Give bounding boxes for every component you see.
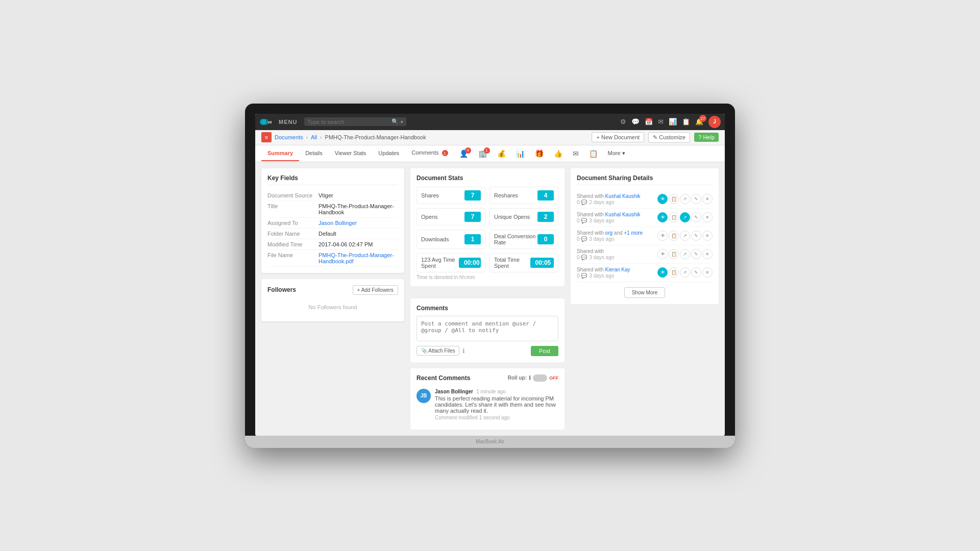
tab-reports[interactable]: 📊 (511, 145, 530, 162)
share-action-delete-4[interactable]: ✕ (702, 249, 713, 259)
tab-comments[interactable]: Comments 1 (405, 145, 454, 161)
field-file-name: File Name PMHQ-The-Product-Manager-Handb… (267, 250, 398, 267)
doc-module-icon: ≡ (261, 132, 272, 142)
share-action-delete-3[interactable]: ✕ (702, 231, 713, 241)
share-meta-3: 0 💬 3 days ago (577, 236, 654, 242)
attach-files-button[interactable]: 📎 Attach Files (416, 346, 459, 356)
tab-contacts[interactable]: 👤 4 (454, 145, 473, 162)
chart-icon[interactable]: 📊 (669, 118, 677, 126)
share-action-delete-5[interactable]: ✕ (702, 267, 713, 278)
share-action-delete-2[interactable]: ✕ (702, 212, 713, 222)
share-action-edit-5[interactable]: ✎ (691, 267, 701, 278)
toggle-switch[interactable] (533, 374, 547, 382)
share-action-edit-3[interactable]: ✎ (691, 231, 701, 241)
post-comment-button[interactable]: Post (531, 346, 558, 356)
share-action-send-4[interactable]: ↗ (680, 249, 690, 259)
share-action-edit-1[interactable]: ✎ (691, 194, 701, 204)
comment-time: 1 minute ago (476, 389, 506, 394)
stat-unique-opens: Unique Opens 2 (489, 208, 558, 226)
field-label-folder-name: Folder Name (267, 231, 318, 237)
field-value-file-name[interactable]: PMHQ-The-Product-Manager-Handbook.pdf (318, 252, 398, 264)
share-action-view-2[interactable]: 👁 (657, 212, 668, 222)
share-link-5[interactable]: Kieran Kay (605, 267, 630, 272)
share-link-3[interactable]: org (605, 230, 612, 236)
share-action-copy-4[interactable]: 📋 (669, 249, 679, 259)
help-button[interactable]: ? Help (694, 133, 719, 142)
share-action-view-5[interactable]: 👁 (657, 267, 668, 278)
share-action-copy-1[interactable]: 📋 (669, 194, 679, 204)
share-action-send-1[interactable]: ↗ (680, 194, 690, 204)
left-panel: Key Fields Document Source Vtiger Title … (261, 168, 404, 430)
share-link-1[interactable]: Kushal Kaushik (605, 193, 641, 199)
share-actions-5: 👁 📋 ↗ ✎ ✕ (657, 267, 713, 278)
share-action-copy-2[interactable]: 📋 (669, 212, 679, 222)
customize-button[interactable]: ✎ Customize (648, 132, 690, 143)
key-fields-card: Key Fields Document Source Vtiger Title … (261, 168, 404, 273)
tab-social[interactable]: 👍 (549, 145, 568, 162)
search-input[interactable] (307, 119, 389, 125)
stat-label-deal-conversion: Deal Conversion Rate (494, 233, 537, 245)
field-folder-name: Folder Name Default (267, 229, 398, 239)
share-action-edit-2[interactable]: ✎ (691, 212, 701, 222)
share-action-send-3[interactable]: ↗ (680, 231, 690, 241)
tab-tasks[interactable]: 📋 (584, 145, 603, 162)
share-action-copy-3[interactable]: 📋 (669, 231, 679, 241)
main-content: Key Fields Document Source Vtiger Title … (255, 162, 725, 436)
settings-icon[interactable]: ⚙ (620, 118, 626, 126)
tab-email[interactable]: ✉ (568, 145, 584, 162)
more-tab[interactable]: More ▾ (603, 146, 630, 161)
user-avatar[interactable]: J (708, 116, 721, 128)
stat-value-unique-opens: 2 (537, 212, 554, 222)
share-action-send-5[interactable]: ↗ (680, 267, 690, 278)
notification-icon[interactable]: 🔔 27 (695, 118, 703, 126)
share-action-copy-5[interactable]: 📋 (669, 267, 679, 278)
share-time-4: 3 days ago (589, 255, 614, 260)
add-followers-button[interactable]: + Add Followers (353, 285, 398, 295)
stat-avg-time: 123 Avg Time Spent 00:00 (416, 253, 485, 272)
sharing-card: Document Sharing Details Shared with Kus… (571, 168, 719, 304)
tab-deals[interactable]: 💰 (492, 145, 511, 162)
rollup-toggle[interactable]: Roll up: ℹ OFF (508, 374, 558, 382)
share-actions-2: 👁 📋 ↗ ✎ ✕ (657, 212, 713, 222)
share-row-3: Shared with org and +1 more 0 💬 3 days a… (577, 227, 713, 245)
share-link-2[interactable]: Kushal Kaushik (605, 212, 641, 217)
breadcrumb-all[interactable]: All (311, 134, 317, 140)
tab-org[interactable]: 🏢 1 (473, 145, 492, 162)
new-document-button[interactable]: + New Document (592, 132, 644, 142)
share-action-view-3[interactable]: 👁 (657, 231, 668, 241)
share-with-3: Shared with org and +1 more (577, 230, 654, 236)
stat-value-avg-time: 00:00 (459, 258, 481, 268)
stat-deal-conversion: Deal Conversion Rate 0 (489, 230, 558, 249)
share-row-4: Shared with 0 💬 3 days ago 👁 📋 ↗ ✎ ✕ (577, 245, 713, 264)
stat-value-opens: 7 (464, 212, 481, 222)
key-fields-title: Key Fields (267, 174, 398, 185)
tab-updates[interactable]: Updates (372, 146, 405, 161)
stat-label-shares: Shares (421, 192, 439, 198)
share-action-send-2[interactable]: ↗ (680, 212, 690, 222)
email-icon[interactable]: ✉ (658, 118, 664, 126)
tab-summary[interactable]: Summary (261, 146, 299, 161)
show-more-button[interactable]: Show More (624, 287, 665, 298)
share-action-view-1[interactable]: 👁 (657, 194, 668, 204)
share-link-3b[interactable]: +1 more (624, 230, 643, 236)
tab-details[interactable]: Details (299, 146, 329, 161)
tab-products[interactable]: 🎁 (530, 145, 549, 162)
share-action-view-4[interactable]: 👁 (657, 249, 668, 259)
clipboard-icon[interactable]: 📋 (682, 118, 690, 126)
chat-icon[interactable]: 💬 (631, 118, 640, 126)
share-actions-4: 👁 📋 ↗ ✎ ✕ (657, 249, 713, 259)
menu-button[interactable]: MENU (276, 118, 300, 126)
time-note: Time is denoted in hh:mm (416, 274, 558, 280)
share-action-edit-4[interactable]: ✎ (691, 249, 701, 259)
comment-input[interactable] (416, 316, 558, 341)
recent-comments-section: Recent Comments Roll up: ℹ OFF JB (410, 368, 565, 430)
svg-text:vtiger: vtiger (268, 120, 272, 124)
share-action-delete-1[interactable]: ✕ (702, 194, 713, 204)
breadcrumb-documents[interactable]: Documents (275, 134, 303, 140)
field-value-assigned-to[interactable]: Jason Bollinger (318, 220, 398, 226)
tab-viewer-stats[interactable]: Viewer Stats (329, 146, 373, 161)
calendar-icon[interactable]: 📅 (645, 118, 653, 126)
breadcrumb-current-page: PMHQ-The-Product-Manager-Handbook (325, 134, 426, 140)
share-time-3: 3 days ago (589, 236, 614, 242)
field-label-title: Title (267, 203, 318, 215)
